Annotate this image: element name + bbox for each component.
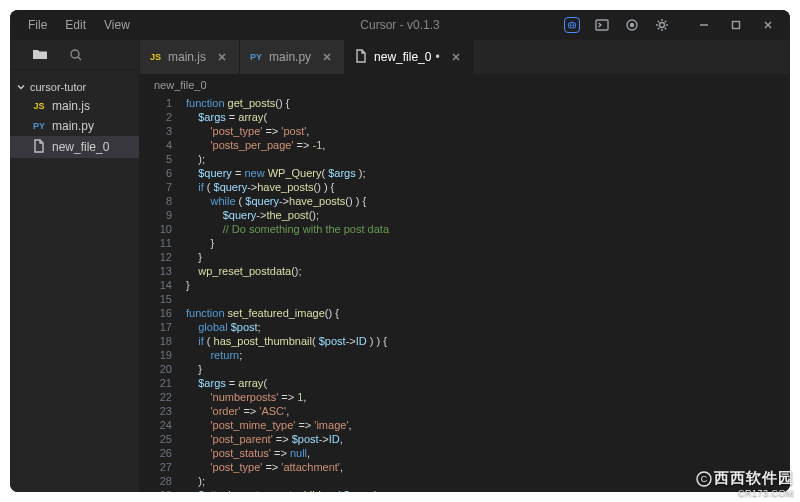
code-line[interactable]: function get_posts() {	[186, 96, 790, 110]
tab-main-py[interactable]: PYmain.py	[240, 40, 345, 74]
py-badge: PY	[250, 52, 262, 62]
menu-edit[interactable]: Edit	[57, 15, 94, 35]
code-line[interactable]: 'numberposts' => 1,	[186, 390, 790, 404]
code-line[interactable]: $query = new WP_Query( $args );	[186, 166, 790, 180]
titlebar: File Edit View Cursor - v0.1.3	[10, 10, 790, 40]
tab-main-js[interactable]: JSmain.js	[140, 40, 240, 74]
line-number: 16	[140, 306, 172, 320]
line-number: 10	[140, 222, 172, 236]
close-button[interactable]	[756, 15, 780, 35]
breadcrumb[interactable]: new_file_0	[140, 74, 790, 96]
line-number: 27	[140, 460, 172, 474]
line-number: 13	[140, 264, 172, 278]
line-number: 9	[140, 208, 172, 222]
code-line[interactable]: // Do something with the post data	[186, 222, 790, 236]
files-icon[interactable]	[32, 47, 48, 63]
code-line[interactable]: }	[186, 250, 790, 264]
line-number: 22	[140, 390, 172, 404]
code-editor[interactable]: 1234567891011121314151617181920212223242…	[140, 96, 790, 492]
tree-item-main-py[interactable]: PYmain.py	[10, 116, 139, 136]
menu-bar: File Edit View	[20, 15, 138, 35]
gear-icon[interactable]	[654, 17, 670, 33]
menu-file[interactable]: File	[20, 15, 55, 35]
code-line[interactable]: );	[186, 152, 790, 166]
code-line[interactable]: 'order' => 'ASC',	[186, 404, 790, 418]
line-number: 28	[140, 474, 172, 488]
code-line[interactable]: $args = array(	[186, 110, 790, 124]
tab-label: new_file_0	[374, 50, 431, 64]
file-label: main.py	[52, 119, 94, 133]
code-content[interactable]: function get_posts() { $args = array( 'p…	[186, 96, 790, 492]
titlebar-right	[564, 15, 780, 35]
minimize-button[interactable]	[692, 15, 716, 35]
svg-point-7	[660, 23, 665, 28]
code-line[interactable]: 'posts_per_page' => -1,	[186, 138, 790, 152]
code-line[interactable]: wp_reset_postdata();	[186, 264, 790, 278]
editor-tabs: JSmain.jsPYmain.pynew_file_0 •	[140, 40, 790, 74]
code-line[interactable]	[186, 292, 790, 306]
dirty-indicator: •	[435, 50, 439, 64]
code-line[interactable]: 'post_type' => 'post',	[186, 124, 790, 138]
window-controls	[692, 15, 780, 35]
code-line[interactable]: 'post_mime_type' => 'image',	[186, 418, 790, 432]
line-number: 8	[140, 194, 172, 208]
line-number: 7	[140, 180, 172, 194]
window-title: Cursor - v0.1.3	[360, 18, 439, 32]
code-line[interactable]: }	[186, 362, 790, 376]
line-number: 26	[140, 446, 172, 460]
close-icon[interactable]	[449, 50, 463, 64]
file-icon	[355, 49, 367, 65]
svg-point-6	[631, 24, 634, 27]
menu-view[interactable]: View	[96, 15, 138, 35]
svg-rect-9	[733, 22, 740, 29]
code-line[interactable]: );	[186, 474, 790, 488]
main-body: cursor-tutor JSmain.jsPYmain.pynew_file_…	[10, 40, 790, 492]
robot-icon[interactable]	[564, 17, 580, 33]
line-number: 1	[140, 96, 172, 110]
file-icon	[32, 139, 46, 155]
chevron-down-icon	[16, 82, 26, 92]
line-number: 3	[140, 124, 172, 138]
code-line[interactable]: }	[186, 278, 790, 292]
root-label: cursor-tutor	[30, 81, 86, 93]
svg-line-13	[78, 57, 81, 60]
svg-point-2	[573, 25, 574, 26]
line-number: 17	[140, 320, 172, 334]
code-line[interactable]: $attachments = get_children( $args );	[186, 488, 790, 492]
file-tree: cursor-tutor JSmain.jsPYmain.pynew_file_…	[10, 70, 139, 158]
tree-item-main-js[interactable]: JSmain.js	[10, 96, 139, 116]
editor-area: JSmain.jsPYmain.pynew_file_0 • new_file_…	[140, 40, 790, 492]
line-number: 4	[140, 138, 172, 152]
close-icon[interactable]	[320, 50, 334, 64]
line-number: 15	[140, 292, 172, 306]
code-line[interactable]: 'post_type' => 'attachment',	[186, 460, 790, 474]
py-badge: PY	[32, 121, 46, 131]
code-line[interactable]: if ( $query->have_posts() ) {	[186, 180, 790, 194]
close-icon[interactable]	[215, 50, 229, 64]
code-line[interactable]: return;	[186, 348, 790, 362]
maximize-button[interactable]	[724, 15, 748, 35]
tab-label: main.js	[168, 50, 206, 64]
code-line[interactable]: }	[186, 236, 790, 250]
line-number: 14	[140, 278, 172, 292]
line-number: 2	[140, 110, 172, 124]
tree-root[interactable]: cursor-tutor	[10, 78, 139, 96]
line-number: 12	[140, 250, 172, 264]
code-line[interactable]: global $post;	[186, 320, 790, 334]
code-line[interactable]: if ( has_post_thumbnail( $post->ID ) ) {	[186, 334, 790, 348]
code-line[interactable]: $args = array(	[186, 376, 790, 390]
svg-point-1	[570, 25, 571, 26]
app-window: File Edit View Cursor - v0.1.3	[10, 10, 790, 492]
code-line[interactable]: 'post_parent' => $post->ID,	[186, 432, 790, 446]
code-line[interactable]: 'post_status' => null,	[186, 446, 790, 460]
search-icon[interactable]	[68, 47, 84, 63]
record-icon[interactable]	[624, 17, 640, 33]
tab-new_file_0[interactable]: new_file_0 •	[345, 40, 474, 74]
terminal-icon[interactable]	[594, 17, 610, 33]
code-line[interactable]: while ( $query->have_posts() ) {	[186, 194, 790, 208]
code-line[interactable]: $query->the_post();	[186, 208, 790, 222]
line-number: 5	[140, 152, 172, 166]
explorer-sidebar: cursor-tutor JSmain.jsPYmain.pynew_file_…	[10, 40, 140, 492]
code-line[interactable]: function set_featured_image() {	[186, 306, 790, 320]
tree-item-new_file_0[interactable]: new_file_0	[10, 136, 139, 158]
